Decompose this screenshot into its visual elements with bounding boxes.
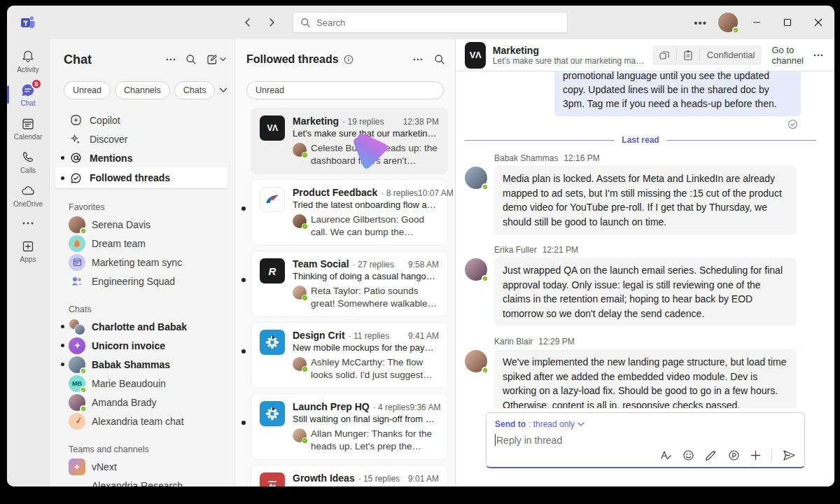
own-message-bubble: promotional language until you see the u…	[554, 71, 801, 116]
app-rail: Activity 5 Chat Calendar Cal	[7, 39, 49, 486]
unread-dot	[241, 421, 246, 425]
titlebar: •••	[7, 6, 834, 39]
follow-thread-icon[interactable]	[652, 50, 676, 61]
filters-chevron-down-icon[interactable]	[219, 88, 227, 93]
sidebar-chat-amanda-brady[interactable]: Amanda Brady	[55, 393, 227, 412]
presence-badge	[482, 183, 489, 190]
at-icon	[69, 151, 83, 165]
emoji-icon[interactable]	[682, 449, 694, 461]
threads-filter-pill-unread[interactable]: Unread	[246, 81, 444, 99]
sidebar-chat-babak-shammas[interactable]: Babak Shammas	[55, 355, 227, 374]
copilot-rewrite-icon[interactable]	[705, 449, 718, 461]
copilot-icon	[69, 113, 83, 127]
filter-pill-channels[interactable]: Channels	[115, 81, 170, 99]
close-button[interactable]	[806, 10, 830, 34]
go-to-channel-button[interactable]: Go to channel	[771, 45, 804, 66]
send-to-selector[interactable]: Send to: thread only	[495, 419, 796, 429]
apps-icon	[20, 239, 36, 254]
flame-icon	[69, 235, 85, 252]
group-avatar	[69, 318, 85, 335]
rail-item-calls[interactable]: Calls	[7, 146, 49, 178]
minimize-button[interactable]	[745, 10, 769, 34]
maximize-button[interactable]	[776, 10, 799, 34]
reply-composer[interactable]: Send to: thread only Reply in thread	[486, 412, 805, 468]
rail-item-apps[interactable]: Apps	[7, 234, 49, 267]
message-karin-blair[interactable]: Karin Blair12:29 PM We've implemented th…	[465, 337, 816, 408]
rail-item-chat[interactable]: 5 Chat	[7, 78, 49, 111]
titlebar-more-icon[interactable]: •••	[690, 17, 711, 29]
sidebar-chat-engineering-squad[interactable]: Engineering Squad	[55, 272, 227, 290]
format-icon[interactable]	[660, 449, 672, 461]
thread-item-marketing[interactable]: VΛ Marketing · 19 replies 12:38 PM Let's…	[251, 108, 448, 174]
people-group-icon	[69, 273, 85, 290]
presence-badge	[80, 227, 87, 234]
sidebar-chat-alexandria-team-chat[interactable]: Alexandria team chat	[55, 412, 227, 430]
sidebar-chat-charlotte-and-babak[interactable]: Charlotte and Babak	[55, 317, 227, 336]
followed-threads-icon	[69, 171, 83, 185]
section-header-favorites[interactable]: Favorites	[50, 194, 234, 215]
presence-badge	[302, 152, 308, 158]
thread-item-launch-prep-hq[interactable]: Launch Prep HQ · 4 replies 9:36 AM Still…	[251, 393, 448, 460]
chat-icon: 5	[20, 83, 36, 98]
thread-item-design-crit[interactable]: Design Crit · 11 replies 9:41 AM New mob…	[251, 322, 448, 388]
sidebar-chat-marketing-team-sync[interactable]: Marketing team sync	[55, 253, 227, 272]
sidebar-channel-alexandria-research[interactable]: Alexandria Research	[55, 476, 227, 486]
info-icon[interactable]	[344, 55, 354, 64]
thread-item-growth-ideas[interactable]: Growth Ideas · 15 replies 9:01 AM What i…	[251, 465, 448, 486]
filter-pill-unread[interactable]: Unread	[64, 81, 111, 99]
thread-item-product-feedback[interactable]: Product Feedback · 8 replies 10:07 AM Tr…	[251, 179, 448, 246]
search-box[interactable]	[293, 12, 568, 33]
sidebar-chat-unicorn-invoice[interactable]: Unicorn invoice	[55, 336, 227, 355]
sidebar-item-discover[interactable]: Discover	[55, 130, 227, 148]
sidebar-chat-dream-team[interactable]: Dream team	[55, 234, 227, 253]
chat-sidebar: Chat Unread Channels Chat	[49, 39, 234, 486]
sidebar-search-icon[interactable]	[186, 54, 197, 65]
threads-search-icon[interactable]	[434, 54, 445, 65]
sidebar-item-copilot[interactable]: Copilot	[55, 111, 227, 130]
message-erika-fuller[interactable]: Erika Fuller12:21 PM Just wrapped QA on …	[465, 245, 816, 326]
threads-more-icon[interactable]	[413, 58, 423, 61]
avatar	[69, 356, 85, 373]
thread-more-icon[interactable]	[813, 54, 823, 57]
presence-badge	[80, 368, 87, 374]
sidebar-team-vnext[interactable]: vNext	[55, 457, 227, 476]
presence-badge	[302, 295, 308, 301]
sidebar-item-followed-threads[interactable]: Followed threads	[55, 167, 227, 188]
screen: ••• Activity	[0, 0, 840, 504]
unread-dot	[61, 363, 64, 366]
section-header-teams-and-channels[interactable]: Teams and channels	[50, 436, 234, 457]
clipboard-icon[interactable]	[677, 50, 699, 61]
thread-item-team-social[interactable]: R Team Social · 27 replies 9:58 AM Think…	[251, 251, 448, 317]
sensitivity-label: Confidential	[700, 50, 762, 60]
presence-badge	[732, 27, 739, 34]
avatar	[293, 428, 307, 442]
filter-pill-chats[interactable]: Chats	[174, 81, 216, 99]
reply-input[interactable]: Reply in thread	[495, 434, 796, 446]
loop-icon[interactable]	[728, 449, 740, 461]
new-chat-icon[interactable]	[206, 54, 226, 65]
rail-item-activity[interactable]: Activity	[7, 45, 49, 78]
sidebar-title: Chat	[64, 52, 92, 67]
text-caret	[495, 434, 496, 446]
sidebar-chat-marie-beaudouin[interactable]: MB Marie Beaudouin	[55, 374, 227, 393]
message-list[interactable]: promotional language until you see the u…	[456, 71, 834, 408]
forward-button[interactable]	[263, 14, 280, 31]
unread-dot	[61, 344, 64, 347]
message-babak-shammas[interactable]: Babak Shammas12:16 PM Media plan is lock…	[465, 153, 816, 234]
avatar	[69, 216, 85, 233]
sidebar-item-mentions[interactable]: Mentions	[55, 148, 227, 167]
sidebar-chat-serena-davis[interactable]: Serena Davis	[55, 215, 227, 234]
dart-icon	[69, 413, 85, 430]
design-crit-channel-icon	[260, 330, 285, 355]
send-icon[interactable]	[783, 449, 796, 461]
back-button[interactable]	[239, 14, 256, 31]
user-avatar[interactable]	[718, 13, 738, 32]
section-header-chats[interactable]: Chats	[50, 296, 234, 317]
unread-dot	[61, 156, 64, 160]
attach-plus-icon[interactable]	[750, 450, 761, 461]
search-input[interactable]	[316, 18, 560, 28]
rail-item-calendar[interactable]: Calendar	[7, 112, 49, 145]
rail-item-onedrive[interactable]: OneDrive	[7, 179, 49, 212]
sidebar-more-icon[interactable]	[166, 58, 176, 61]
rail-more-icon[interactable]	[7, 213, 49, 234]
